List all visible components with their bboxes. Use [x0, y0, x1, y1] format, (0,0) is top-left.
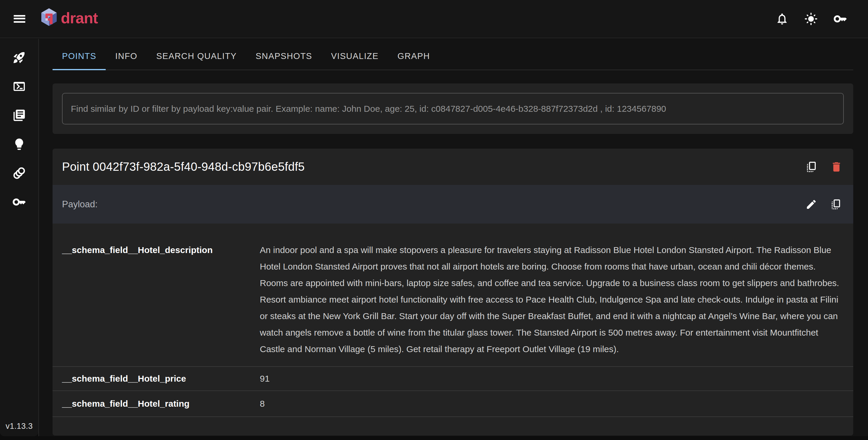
api-key-button[interactable] — [833, 12, 847, 26]
row-divider — [53, 416, 853, 417]
sidebar-item-tutorial[interactable] — [9, 137, 30, 151]
payload-field-row: __schema_field__Hotel_rating 8 — [53, 391, 853, 416]
notifications-button[interactable] — [775, 12, 789, 26]
rings-icon — [12, 166, 26, 180]
hamburger-menu-icon — [12, 11, 27, 27]
sidebar-item-collections[interactable] — [9, 108, 30, 122]
collection-tabs: POINTS INFO SEARCH QUALITY SNAPSHOTS VIS… — [53, 42, 853, 70]
app-version: v1.13.3 — [0, 422, 38, 431]
point-title: Point 0042f73f-982a-5f40-948d-cb97b6e5fd… — [62, 160, 305, 173]
sidebar: v1.13.3 — [0, 39, 38, 436]
point-actions — [805, 161, 843, 173]
payload-label: Payload: — [62, 199, 98, 210]
copy-point-button[interactable] — [805, 161, 818, 173]
sidebar-item-datasets[interactable] — [9, 166, 30, 180]
sidebar-item-access[interactable] — [9, 195, 30, 209]
field-key: __schema_field__Hotel_description — [62, 242, 260, 358]
field-value: 8 — [260, 396, 840, 412]
copy-icon — [805, 161, 818, 173]
sidebar-item-console[interactable] — [9, 80, 30, 93]
copy-icon — [830, 199, 842, 210]
payload-actions — [805, 199, 842, 210]
tab-snapshots[interactable]: SNAPSHOTS — [246, 42, 321, 70]
logo-wordmark: drant — [61, 10, 98, 27]
lightbulb-icon — [12, 137, 26, 151]
rocket-icon — [12, 51, 26, 64]
key-icon — [12, 195, 26, 209]
tab-search-quality[interactable]: SEARCH QUALITY — [147, 42, 246, 70]
collections-icon — [12, 108, 26, 122]
edit-payload-button[interactable] — [805, 199, 817, 210]
field-value: An indoor pool and a spa will make stopo… — [260, 242, 840, 358]
key-icon — [833, 12, 847, 26]
delete-point-button[interactable] — [830, 161, 843, 173]
terminal-icon — [12, 80, 26, 93]
tab-info[interactable]: INFO — [106, 42, 147, 70]
sun-icon — [804, 12, 818, 26]
menu-button[interactable] — [11, 10, 28, 28]
bell-icon — [775, 12, 789, 26]
pencil-icon — [805, 199, 817, 210]
tab-graph[interactable]: GRAPH — [388, 42, 439, 70]
sidebar-item-welcome[interactable] — [9, 51, 30, 64]
tab-visualize[interactable]: VISUALIZE — [321, 42, 388, 70]
field-value: 91 — [260, 370, 840, 387]
field-key: __schema_field__Hotel_price — [62, 370, 260, 387]
qdrant-logo[interactable]: drant — [40, 8, 98, 30]
search-card — [53, 83, 853, 134]
point-card: Point 0042f73f-982a-5f40-948d-cb97b6e5fd… — [53, 149, 853, 436]
point-search-input[interactable] — [62, 93, 844, 125]
trash-icon — [830, 161, 843, 173]
copy-payload-button[interactable] — [830, 199, 842, 210]
theme-toggle-button[interactable] — [804, 12, 818, 26]
payload-field-row: __schema_field__Hotel_price 91 — [53, 367, 853, 391]
topbar-actions — [775, 12, 847, 26]
payload-bar: Payload: — [53, 185, 853, 224]
qdrant-cube-icon — [40, 8, 58, 30]
point-header: Point 0042f73f-982a-5f40-948d-cb97b6e5fd… — [53, 149, 853, 185]
main-content: POINTS INFO SEARCH QUALITY SNAPSHOTS VIS… — [39, 39, 868, 436]
field-key: __schema_field__Hotel_rating — [62, 396, 260, 412]
tab-points[interactable]: POINTS — [53, 42, 106, 70]
payload-field-row: __schema_field__Hotel_description An ind… — [53, 224, 853, 366]
top-app-bar: drant — [0, 0, 868, 38]
